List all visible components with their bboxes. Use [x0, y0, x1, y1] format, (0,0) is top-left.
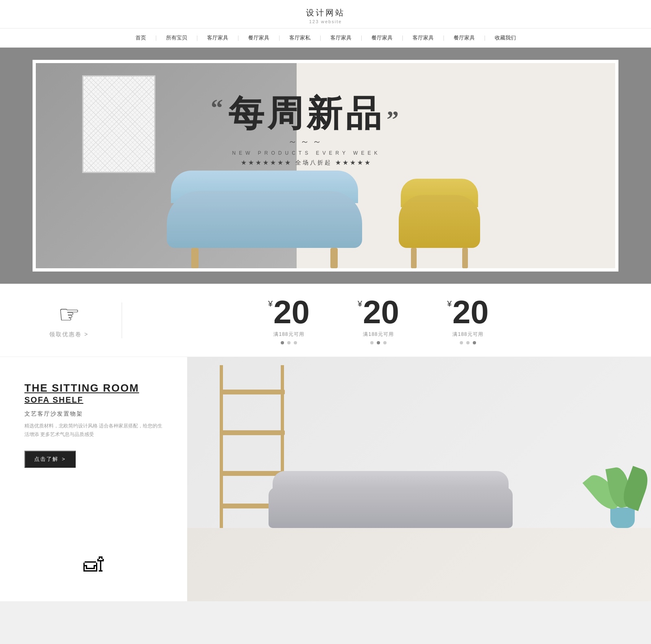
nav-item-living3[interactable]: 客厅家具 [323, 33, 359, 43]
plant-pot [610, 508, 635, 528]
dot-7 [460, 341, 463, 344]
nav-sep-3: ｜ [236, 34, 241, 42]
quote-close-icon: ” [387, 106, 402, 133]
product-info: THE SITTING ROOM SOFA SHELF 文艺客厅沙发置物架 精选… [0, 357, 187, 528]
bottom-right [187, 528, 651, 601]
nav-item-living4[interactable]: 客厅家具 [405, 33, 441, 43]
product-description: 精选优质材料，北欧简约设计风格 适合各种家居搭配，给您的生活增添 更多艺术气息与… [24, 422, 163, 439]
nav-sep-1: ｜ [153, 34, 159, 42]
hero-wave: ～～～ [211, 136, 402, 148]
coupon-card-2[interactable]: ¥ 20 满188元可用 [346, 296, 411, 344]
plant [610, 508, 635, 528]
coupon-condition-1: 满188元可用 [256, 331, 321, 338]
nav-item-living2[interactable]: 客厅家私 [282, 33, 318, 43]
coupon-amount-2: ¥ 20 [346, 296, 411, 329]
coupon-amount-1: ¥ 20 [256, 296, 321, 329]
nav-sep-2: ｜ [194, 34, 200, 42]
yuan-symbol-3: ¥ [447, 299, 452, 309]
sofa-leg-right [330, 248, 338, 268]
product-title-en2: SOFA SHELF [24, 395, 163, 405]
product-image [187, 357, 651, 528]
coupon-section: ☞ 领取优惠卷 > ¥ 20 满188元可用 ¥ 20 满188元可用 [0, 284, 651, 357]
sofa-leg-left [191, 248, 199, 268]
site-subtitle: 123 website [0, 19, 651, 24]
coupon-left: ☞ 领取优惠卷 > [33, 302, 122, 338]
hero-wrapper: “每周新品” ～～～ NEW PRODUCTS EVERY WEEK ★★★★★… [0, 48, 651, 284]
dot-9 [473, 341, 476, 344]
dot-2 [287, 341, 291, 344]
site-title: 设计网站 [0, 7, 651, 18]
product-title-cn: 文艺客厅沙发置物架 [24, 410, 163, 418]
hero-discount-text: ★★★★★★★ 全场八折起 ★★★★★ [211, 159, 402, 166]
coupon-num-2: 20 [363, 296, 399, 329]
nav-item-living1[interactable]: 客厅家具 [200, 33, 236, 43]
nav-item-dining2[interactable]: 餐厅家具 [364, 33, 400, 43]
coupon-dots-1 [256, 341, 321, 344]
bottom-left: 🛋 [0, 528, 187, 601]
chair-leg-left [411, 248, 417, 268]
nav-item-home[interactable]: 首页 [128, 33, 153, 43]
dot-5 [377, 341, 380, 344]
nav-sep-5: ｜ [318, 34, 323, 42]
product-section: THE SITTING ROOM SOFA SHELF 文艺客厅沙发置物架 精选… [0, 357, 651, 528]
nav-item-all[interactable]: 所有宝贝 [159, 33, 194, 43]
dot-6 [383, 341, 387, 344]
cursor-icon: ☞ [58, 302, 80, 327]
hero-banner: “每周新品” ～～～ NEW PRODUCTS EVERY WEEK ★★★★★… [33, 60, 618, 272]
coupon-card-1[interactable]: ¥ 20 满188元可用 [256, 296, 321, 344]
coupon-num-3: 20 [452, 296, 489, 329]
hero-text-block: “每周新品” ～～～ NEW PRODUCTS EVERY WEEK ★★★★★… [211, 96, 402, 166]
hero-sub-text: NEW PRODUCTS EVERY WEEK [211, 150, 402, 156]
quote-open-icon: “ [211, 94, 226, 121]
chair-leg-right [462, 248, 468, 268]
nav-sep-7: ｜ [400, 34, 405, 42]
coupon-condition-2: 满188元可用 [346, 331, 411, 338]
nav-sep-8: ｜ [441, 34, 446, 42]
sofa-blue [167, 187, 362, 268]
dot-1 [281, 341, 284, 344]
coupon-cards: ¥ 20 满188元可用 ¥ 20 满188元可用 [138, 296, 618, 344]
nav-sep-4: ｜ [277, 34, 282, 42]
shelf-board-1 [220, 390, 285, 394]
coupon-amount-3: ¥ 20 [435, 296, 500, 329]
product-btn-arrow-icon: > [62, 456, 66, 462]
yuan-symbol-1: ¥ [268, 299, 273, 309]
dot-3 [294, 341, 297, 344]
header: 设计网站 123 website [0, 0, 651, 28]
product-title-en1: THE SITTING ROOM [24, 381, 163, 395]
yuan-symbol-2: ¥ [358, 299, 362, 309]
product-sofa-body [269, 487, 513, 528]
plant-leaves [598, 442, 647, 508]
bottom-section: 🛋 [0, 528, 651, 601]
coupon-dots-3 [435, 341, 500, 344]
product-learn-more-button[interactable]: 点击了解 > [24, 451, 76, 468]
main-nav: 首页 ｜ 所有宝贝 ｜ 客厅家具 ｜ 餐厅家具 ｜ 客厅家私 ｜ 客厅家具 ｜ … [0, 28, 651, 48]
nav-sep-9: ｜ [482, 34, 487, 42]
nav-sep-6: ｜ [359, 34, 364, 42]
coupon-card-3[interactable]: ¥ 20 满188元可用 [435, 296, 500, 344]
hero-main-text: “每周新品” [211, 96, 402, 131]
nav-item-dining1[interactable]: 餐厅家具 [241, 33, 277, 43]
nav-item-favorites[interactable]: 收藏我们 [487, 33, 523, 43]
coupon-dots-2 [346, 341, 411, 344]
coupon-cta-button[interactable]: 领取优惠卷 > [49, 331, 88, 338]
nav-item-dining3[interactable]: 餐厅家具 [446, 33, 482, 43]
chair-yellow [395, 187, 484, 268]
dot-4 [370, 341, 374, 344]
sofa-blue-body [167, 191, 362, 248]
dot-8 [466, 341, 470, 344]
shelf-board-2 [220, 430, 285, 435]
coupon-num-1: 20 [273, 296, 310, 329]
bottom-icon: 🛋 [83, 553, 104, 576]
product-btn-label: 点击了解 [34, 456, 59, 463]
coupon-condition-3: 满188元可用 [435, 331, 500, 338]
chair-body [399, 195, 480, 248]
